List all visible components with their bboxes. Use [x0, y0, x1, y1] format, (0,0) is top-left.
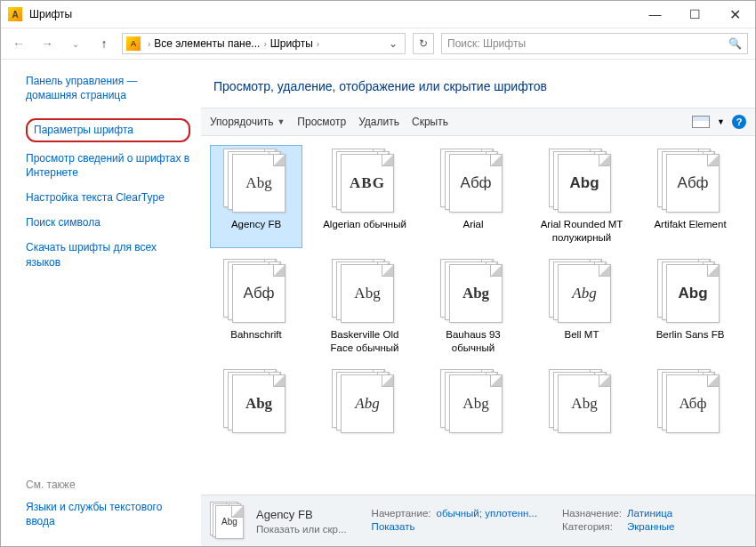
page-title: Просмотр, удаление, отображение или скры… [201, 60, 755, 108]
sidebar-item-font-info-online[interactable]: Просмотр сведений о шрифтах в Интернете [26, 151, 190, 180]
folder-icon: A [126, 36, 141, 51]
breadcrumb-2[interactable]: Шрифты [270, 37, 313, 50]
close-button[interactable]: ✕ [715, 1, 755, 28]
organize-button[interactable]: Упорядочить▼ [210, 116, 285, 128]
sidebar-item-cleartype[interactable]: Настройка текста ClearType [26, 190, 190, 205]
font-label: Bahnschrift [230, 328, 282, 355]
sidebar: Панель управления — домашняя страница Па… [1, 60, 201, 546]
font-item[interactable]: Abg [427, 366, 519, 469]
font-preview-icon: Abg [657, 259, 723, 325]
main-panel: Просмотр, удаление, отображение или скры… [201, 60, 755, 546]
font-label: Arial [462, 218, 483, 245]
refresh-button[interactable]: ↻ [413, 33, 434, 54]
font-preview-icon: Abg [332, 259, 398, 325]
see-also-label: См. также [26, 479, 190, 491]
up-button[interactable]: ↑ [93, 33, 115, 54]
help-icon[interactable]: ? [732, 115, 746, 129]
recent-dropdown[interactable]: ⌄ [65, 33, 86, 54]
font-item[interactable]: Abg [535, 366, 628, 469]
font-label: Agency FB [231, 218, 281, 245]
font-preview-icon: Abg [440, 259, 506, 325]
hide-button[interactable]: Скрыть [412, 116, 448, 128]
chevron-down-icon: ▼ [277, 117, 285, 126]
delete-button[interactable]: Удалить [358, 116, 399, 128]
font-label: Artifakt Element [654, 218, 726, 245]
address-dropdown[interactable]: ⌄ [385, 37, 401, 50]
font-item[interactable]: ABGAlgerian обычный [318, 145, 411, 248]
font-item[interactable]: AbgBauhaus 93 обычный [427, 255, 519, 358]
font-preview-icon: Абф [440, 149, 506, 214]
font-label: Arial Rounded MT полужирный [539, 218, 624, 245]
font-label: Berlin Sans FB [656, 328, 725, 355]
font-item[interactable]: AbgArial Rounded MT полужирный [535, 145, 628, 248]
details-designed-label: Назначение: [562, 508, 622, 519]
font-preview-icon: Абф [657, 369, 723, 435]
font-item[interactable]: Абф [644, 366, 736, 469]
font-label: Baskerville Old Face обычный [322, 328, 407, 355]
font-preview-icon: Abg [549, 149, 615, 214]
font-preview-icon: ABG [332, 149, 398, 214]
back-button[interactable]: ← [8, 33, 29, 54]
font-item[interactable]: Abg [210, 366, 302, 469]
details-designed-value: Латиница [627, 508, 674, 519]
font-label: Algerian обычный [323, 218, 406, 245]
font-item[interactable]: АбфBahnschrift [210, 255, 302, 358]
preview-button[interactable]: Просмотр [297, 116, 346, 128]
font-grid[interactable]: AbgAgency FBABGAlgerian обычныйАбфArialA… [201, 136, 755, 495]
font-item[interactable]: АбфArial [427, 145, 519, 248]
font-preview-icon: Abg [440, 369, 506, 435]
font-label: Bauhaus 93 обычный [430, 328, 516, 355]
font-preview-icon: Abg [332, 369, 398, 435]
details-showhide-label: Показать или скр... [256, 524, 347, 535]
font-item[interactable]: AbgBaskerville Old Face обычный [318, 255, 411, 358]
see-also-item[interactable]: Языки и службы текстового ввода [26, 500, 190, 528]
font-item[interactable]: АбфArtifakt Element [644, 145, 736, 248]
font-preview-icon: Abg [549, 259, 615, 325]
breadcrumb-1[interactable]: Все элементы пане... [154, 37, 260, 50]
font-item[interactable]: AbgBerlin Sans FB [644, 255, 736, 358]
details-show-value[interactable]: Показать [372, 521, 431, 532]
window-title: Шрифты [29, 8, 635, 20]
search-input[interactable]: Поиск: Шрифты 🔍 [441, 33, 748, 54]
view-options-icon[interactable] [692, 116, 710, 128]
font-preview-icon: Абф [223, 259, 289, 325]
font-preview-icon: Abg [223, 149, 289, 214]
search-icon[interactable]: 🔍 [728, 37, 742, 50]
forward-button: → [36, 33, 58, 54]
sidebar-home-link[interactable]: Панель управления — домашняя страница [26, 74, 190, 102]
details-category-label: Категория: [562, 521, 622, 532]
font-preview-icon: Abg [549, 369, 615, 435]
address-bar[interactable]: A › Все элементы пане... › Шрифты › ⌄ [122, 33, 406, 54]
chevron-down-icon[interactable]: ▼ [717, 117, 725, 126]
font-preview-icon: Абф [657, 149, 723, 214]
titlebar: A Шрифты — ☐ ✕ [1, 1, 755, 28]
font-label: Bell MT [565, 328, 599, 355]
toolbar: Упорядочить▼ Просмотр Удалить Скрыть ▼ ? [201, 108, 755, 136]
details-pane: Abg Agency FB Показать или скр... Начерт… [201, 495, 755, 546]
font-item[interactable]: AbgBell MT [535, 255, 628, 358]
sidebar-item-download-fonts[interactable]: Скачать шрифты для всех языков [26, 240, 190, 269]
chevron-right-icon: › [148, 39, 150, 49]
sidebar-item-find-char[interactable]: Поиск символа [26, 215, 190, 229]
sidebar-item-font-params[interactable]: Параметры шрифта [26, 118, 190, 141]
chevron-right-icon: › [263, 39, 266, 49]
details-style-label: Начертание: [372, 508, 431, 519]
font-item[interactable]: AbgAgency FB [210, 145, 302, 248]
details-category-value: Экранные [627, 521, 674, 532]
maximize-button[interactable]: ☐ [675, 1, 715, 28]
details-style-value: обычный; уплотенн... [437, 508, 537, 519]
search-placeholder: Поиск: Шрифты [447, 37, 526, 50]
chevron-right-icon: › [317, 39, 319, 49]
font-preview-icon: Abg [223, 369, 289, 435]
navbar: ← → ⌄ ↑ A › Все элементы пане... › Шрифт… [1, 28, 755, 60]
app-icon: A [8, 7, 22, 21]
font-item[interactable]: Abg [318, 366, 411, 469]
details-font-name: Agency FB [256, 508, 347, 521]
minimize-button[interactable]: — [635, 1, 675, 28]
details-font-icon: Abg [210, 502, 245, 541]
